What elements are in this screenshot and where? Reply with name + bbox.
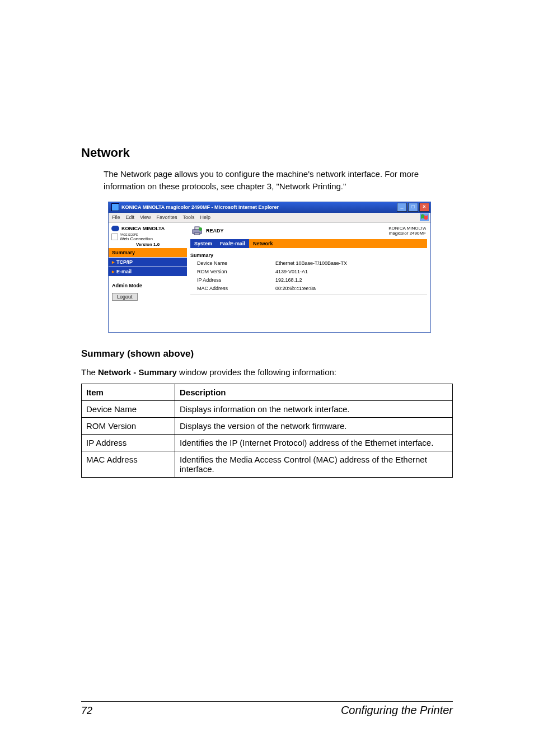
version-label: Version 1.0 bbox=[111, 242, 184, 247]
close-button[interactable]: × bbox=[419, 203, 429, 212]
body-paragraph-1: The Network page allows you to configure… bbox=[81, 168, 453, 193]
section-title: Network bbox=[81, 146, 453, 160]
value-device-name: Ethernet 10Base-T/100Base-TX bbox=[275, 260, 427, 266]
ie-icon bbox=[111, 203, 119, 211]
footer-label: Configuring the Printer bbox=[341, 704, 453, 717]
pagescope-icon bbox=[111, 234, 118, 240]
menu-help[interactable]: Help bbox=[200, 214, 210, 220]
th-description: Description bbox=[175, 384, 453, 400]
sub-section-title: Summary (shown above) bbox=[81, 348, 453, 360]
nav-email[interactable]: ▸E-mail bbox=[109, 267, 187, 276]
svg-rect-2 bbox=[195, 227, 199, 230]
label-device-name: Device Name bbox=[197, 260, 275, 266]
intro-paragraph: The Network - Summary window provides th… bbox=[81, 367, 453, 377]
menu-view[interactable]: View bbox=[140, 214, 151, 220]
table-row: Device Name Displays information on the … bbox=[82, 400, 453, 417]
admin-mode-label: Admin Mode bbox=[109, 276, 187, 291]
right-pane: READY KONICA MINOLTA magicolor 2490MF Sy… bbox=[187, 223, 430, 332]
label-mac-address: MAC Address bbox=[197, 286, 275, 291]
page-footer: 72 Configuring the Printer bbox=[81, 701, 453, 717]
ie-flag-icon bbox=[420, 213, 429, 221]
table-row: IP Address Identifies the IP (Internet P… bbox=[82, 434, 453, 451]
km-logo-icon bbox=[111, 226, 119, 231]
value-rom-version: 4139-V011-A1 bbox=[275, 269, 427, 274]
minimize-button[interactable]: _ bbox=[397, 203, 407, 212]
menu-favorites[interactable]: Favorites bbox=[156, 214, 177, 220]
th-item: Item bbox=[82, 384, 175, 400]
ie-browser-mock: KONICA MINOLTA magicolor 2490MF - Micros… bbox=[108, 202, 431, 333]
printer-icon bbox=[191, 226, 203, 235]
table-row: ROM Version Displays the version of the … bbox=[82, 417, 453, 434]
tab-network[interactable]: Network bbox=[249, 239, 277, 248]
left-pane: KONICA MINOLTA PAGE SCOPE Web Connection… bbox=[109, 223, 187, 332]
menu-tools[interactable]: Tools bbox=[182, 214, 194, 220]
nav-tcpip[interactable]: ▸TCP/IP bbox=[109, 258, 187, 267]
logout-button[interactable]: Logout bbox=[112, 293, 138, 301]
device-model: magicolor 2490MF bbox=[388, 231, 426, 236]
maximize-button[interactable]: □ bbox=[408, 203, 418, 212]
menu-file[interactable]: File bbox=[112, 214, 120, 220]
status-text: READY bbox=[206, 228, 224, 234]
value-mac-address: 00:20:6b:c1:ee:8a bbox=[275, 286, 427, 291]
summary-table: Item Description Device Name Displays in… bbox=[81, 384, 453, 478]
pagescope-label: Web Connection bbox=[120, 237, 153, 241]
menu-edit[interactable]: Edit bbox=[126, 214, 135, 220]
svg-point-4 bbox=[199, 227, 202, 231]
tab-system[interactable]: System bbox=[190, 239, 216, 248]
tab-bar: System Fax/E-mail Network bbox=[190, 239, 427, 248]
ie-menubar: File Edit View Favorites Tools Help bbox=[109, 213, 430, 223]
label-ip-address: IP Address bbox=[197, 277, 275, 283]
svg-rect-3 bbox=[194, 233, 200, 235]
table-row: MAC Address Identifies the Media Access … bbox=[82, 451, 453, 477]
label-rom-version: ROM Version bbox=[197, 269, 275, 274]
panel-section-header: Summary bbox=[190, 253, 430, 258]
value-ip-address: 192.168.1.2 bbox=[275, 277, 427, 283]
ie-titlebar: KONICA MINOLTA magicolor 2490MF - Micros… bbox=[109, 202, 430, 213]
nav-summary[interactable]: Summary bbox=[109, 248, 187, 257]
ie-title: KONICA MINOLTA magicolor 2490MF - Micros… bbox=[121, 204, 279, 210]
window-controls: _ □ × bbox=[397, 203, 430, 212]
tab-fax[interactable]: Fax/E-mail bbox=[216, 239, 249, 248]
page-number: 72 bbox=[81, 705, 92, 717]
brand-label: KONICA MINOLTA bbox=[121, 226, 165, 231]
device-brand: KONICA MINOLTA bbox=[388, 226, 426, 231]
